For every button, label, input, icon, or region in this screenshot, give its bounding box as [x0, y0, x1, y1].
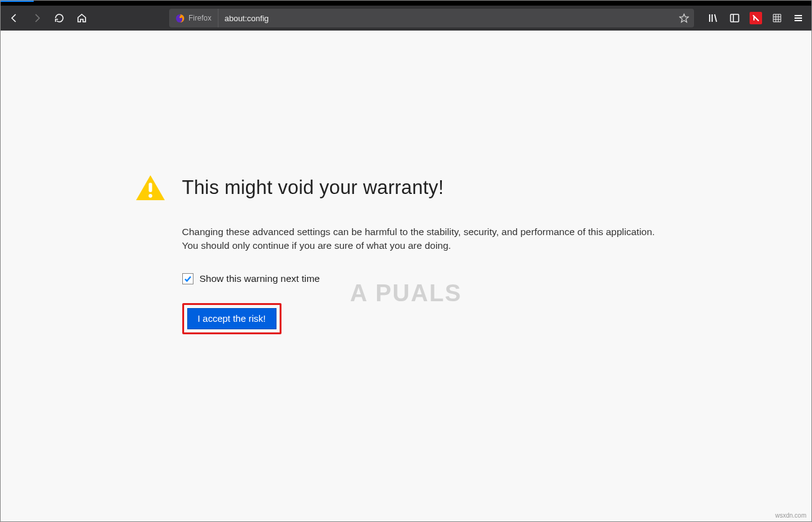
identity-label: Firefox — [188, 14, 212, 22]
title-row: This might void your warranty! — [135, 174, 678, 201]
url-text[interactable]: about:config — [218, 14, 674, 23]
firefox-icon — [175, 14, 185, 23]
svg-rect-1 — [731, 14, 739, 22]
library-button[interactable] — [704, 9, 723, 27]
show-warning-checkbox-row[interactable]: Show this warning next time — [182, 273, 678, 284]
hamburger-menu-button[interactable] — [789, 9, 808, 27]
page-title: This might void your warranty! — [182, 176, 444, 199]
toolbar: Firefox about:config — [1, 6, 811, 31]
accept-button-highlight: I accept the risk! — [182, 303, 281, 334]
show-warning-label: Show this warning next time — [200, 273, 320, 284]
forward-button[interactable] — [27, 8, 47, 28]
warning-body-text: Changing these advanced settings can be … — [182, 225, 663, 253]
svg-point-3 — [149, 194, 152, 198]
show-warning-checkbox[interactable] — [182, 273, 193, 284]
identity-box[interactable]: Firefox — [169, 9, 218, 27]
ublock-icon — [750, 12, 762, 24]
ublock-extension-button[interactable] — [746, 9, 765, 27]
check-icon — [183, 274, 192, 283]
grid-extension-button[interactable] — [768, 9, 786, 27]
page-content: A PUALS This might void your warranty! C… — [1, 31, 811, 521]
bookmark-star-button[interactable] — [674, 13, 694, 23]
reload-button[interactable] — [49, 8, 69, 28]
url-bar[interactable]: Firefox about:config — [169, 9, 694, 27]
attribution-text: wsxdn.com — [775, 512, 806, 519]
browser-window: Firefox about:config — [0, 0, 812, 522]
sidebar-button[interactable] — [725, 9, 744, 27]
home-button[interactable] — [72, 8, 92, 28]
accept-risk-button[interactable]: I accept the risk! — [187, 308, 276, 329]
warning-panel: This might void your warranty! Changing … — [135, 174, 678, 334]
tab-strip[interactable] — [1, 1, 811, 6]
active-tab-indicator — [1, 1, 34, 2]
toolbar-right — [704, 9, 808, 27]
back-button[interactable] — [4, 8, 24, 28]
svg-rect-2 — [149, 183, 152, 192]
warning-icon — [135, 174, 166, 201]
